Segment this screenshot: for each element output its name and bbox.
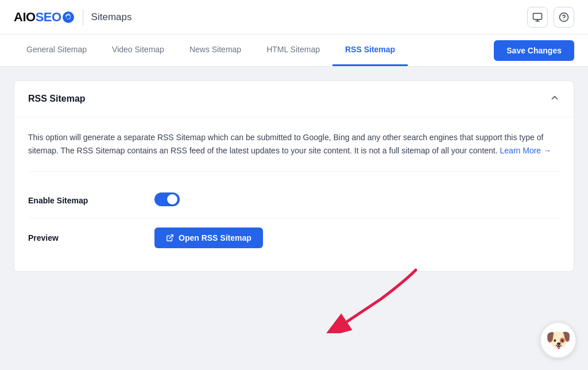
monitor-button[interactable] bbox=[527, 7, 548, 28]
svg-point-1 bbox=[67, 16, 69, 18]
rss-sitemap-card: RSS Sitemap This option will generate a … bbox=[14, 80, 574, 272]
monitor-icon bbox=[532, 12, 543, 22]
collapse-icon[interactable] bbox=[550, 92, 560, 105]
card-body: This option will generate a separate RSS… bbox=[14, 117, 574, 271]
open-rss-sitemap-button[interactable]: Open RSS Sitemap bbox=[154, 228, 263, 248]
tab-html-sitemap[interactable]: HTML Sitemap bbox=[254, 34, 332, 66]
header-title: Sitemaps bbox=[91, 11, 132, 23]
card-title: RSS Sitemap bbox=[28, 94, 86, 104]
enable-sitemap-row: Enable Sitemap bbox=[28, 183, 560, 218]
enable-sitemap-toggle[interactable] bbox=[154, 192, 180, 206]
logo-aio: AIO bbox=[14, 10, 36, 25]
logo: AIOSEO bbox=[14, 10, 75, 25]
header-divider bbox=[83, 9, 83, 25]
tab-general-sitemap[interactable]: General Sitemap bbox=[14, 34, 99, 66]
logo-seo: SEO bbox=[36, 10, 61, 25]
learn-more-link[interactable]: Learn More → bbox=[500, 146, 551, 155]
preview-label: Preview bbox=[28, 233, 154, 242]
help-icon bbox=[559, 12, 569, 22]
main-content: RSS Sitemap This option will generate a … bbox=[0, 67, 588, 286]
help-button[interactable] bbox=[554, 7, 574, 28]
preview-row: Preview Open RSS Sitemap bbox=[28, 218, 560, 257]
toggle-wrapper bbox=[154, 192, 180, 206]
tab-news-sitemap[interactable]: News Sitemap bbox=[177, 34, 254, 66]
logo-gear-icon bbox=[62, 11, 75, 24]
nav-tabs: General Sitemap Video Sitemap News Sitem… bbox=[14, 34, 485, 66]
header-left: AIOSEO Sitemaps bbox=[14, 9, 131, 25]
card-header: RSS Sitemap bbox=[14, 81, 574, 117]
svg-rect-2 bbox=[533, 13, 542, 20]
preview-control: Open RSS Sitemap bbox=[154, 228, 560, 248]
tab-video-sitemap[interactable]: Video Sitemap bbox=[99, 34, 177, 66]
save-changes-button[interactable]: Save Changes bbox=[494, 40, 574, 61]
enable-sitemap-label: Enable Sitemap bbox=[28, 196, 154, 205]
nav-bar: General Sitemap Video Sitemap News Sitem… bbox=[0, 34, 588, 67]
header-right bbox=[527, 7, 574, 28]
section-divider bbox=[28, 171, 560, 172]
description-text: This option will generate a separate RSS… bbox=[28, 131, 560, 157]
tab-rss-sitemap[interactable]: RSS Sitemap bbox=[332, 34, 408, 66]
app-header: AIOSEO Sitemaps bbox=[0, 0, 588, 34]
enable-sitemap-control bbox=[154, 192, 560, 209]
mascot-widget[interactable]: 🐶 bbox=[540, 322, 577, 359]
svg-line-7 bbox=[169, 235, 173, 238]
external-link-icon bbox=[166, 234, 174, 242]
